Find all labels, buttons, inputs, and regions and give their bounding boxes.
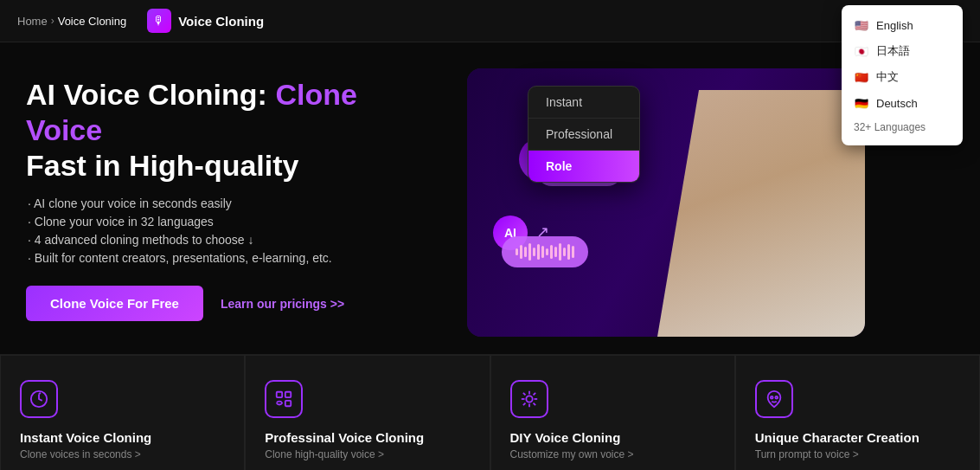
bullet-4: Built for content creators, presentation… [26, 251, 441, 265]
svg-point-5 [526, 396, 532, 402]
svg-line-1 [39, 393, 41, 395]
professional-card-subtitle: Clone high-quality voice > [265, 448, 470, 460]
hero-actions: Clone Voice For Free Learn our pricings … [26, 286, 441, 321]
floating-menu[interactable]: Instant Professional Role [528, 86, 640, 183]
wave-bar [541, 246, 544, 258]
current-page-label: Voice Cloning [58, 15, 127, 28]
bullet-2: Clone your voice in 32 languages [26, 215, 441, 229]
wave-bar [528, 243, 531, 261]
hero-left: AI Voice Cloning: Clone Voice Fast in Hi… [26, 68, 441, 337]
instant-card-title: Instant Voice Cloning [20, 430, 225, 445]
logo-area: 🎙 Voice Cloning [147, 9, 264, 33]
svg-point-14 [771, 396, 773, 399]
lang-more: 32+ Languages [842, 116, 963, 138]
feature-card-professional[interactable]: Professinal Voice Cloning Clone high-qua… [245, 355, 490, 470]
pricing-link[interactable]: Learn our pricings >> [221, 297, 344, 311]
logo-icon: 🎙 [147, 9, 171, 33]
flag-en: 🇺🇸 [854, 17, 869, 33]
lang-option-ja[interactable]: 🇯🇵 日本語 [842, 38, 963, 64]
wave-bar [546, 248, 548, 255]
waveform-card-bottom [502, 236, 588, 267]
wave-bar [563, 248, 566, 256]
wave-bar [537, 244, 540, 260]
hero-right: 🎙 [441, 68, 891, 337]
diy-card-subtitle: Customize my own voice > [510, 448, 715, 460]
professional-card-title: Professinal Voice Cloning [265, 430, 470, 445]
lang-label-de: Deutsch [876, 97, 918, 110]
hero-title-plain: AI Voice Cloning: [26, 78, 275, 111]
breadcrumb: Home › Voice Cloning [17, 15, 126, 28]
svg-line-9 [533, 403, 535, 406]
character-card-subtitle: Turn prompt to voice > [755, 448, 960, 460]
wave-bar [567, 244, 570, 260]
lang-label-en: English [876, 19, 913, 32]
feature-card-diy[interactable]: DIY Voice Cloning Customize my own voice… [490, 355, 735, 470]
character-card-title: Unique Character Creation [755, 430, 960, 445]
svg-line-13 [533, 393, 535, 396]
lang-option-de[interactable]: 🇩🇪 Deutsch [842, 90, 963, 116]
lang-option-zh[interactable]: 🇨🇳 中文 [842, 64, 963, 90]
svg-rect-3 [285, 392, 291, 397]
wave-bar [520, 245, 522, 259]
menu-item-role[interactable]: Role [528, 151, 639, 182]
instant-icon [20, 380, 58, 418]
svg-line-8 [522, 393, 525, 396]
wave-bar [554, 247, 557, 257]
feature-card-character[interactable]: Unique Character Creation Turn prompt to… [735, 355, 980, 470]
wave-bar [533, 248, 535, 256]
home-link[interactable]: Home [17, 15, 48, 28]
lang-option-en[interactable]: 🇺🇸 English [842, 12, 963, 38]
breadcrumb-separator: › [51, 15, 54, 27]
menu-item-professional[interactable]: Professional [528, 119, 639, 151]
bullet-3: 4 advanced cloning methods to choose ↓ [26, 233, 441, 247]
hero-section: AI Voice Cloning: Clone Voice Fast in Hi… [0, 42, 980, 354]
flag-de: 🇩🇪 [854, 95, 869, 111]
lang-label-ja: 日本語 [876, 43, 910, 59]
wave-bar [572, 246, 574, 258]
wave-bar [524, 247, 527, 257]
character-icon [755, 380, 793, 418]
language-dropdown[interactable]: 🇺🇸 English 🇯🇵 日本語 🇨🇳 中文 🇩🇪 Deutsch 32+ L… [842, 5, 963, 145]
logo-text: Voice Cloning [178, 14, 264, 29]
wave-bar [559, 243, 561, 261]
topbar: Home › Voice Cloning 🎙 Voice Cloning 🇺🇸 … [0, 0, 980, 42]
wave-bar [516, 248, 518, 255]
feature-card-instant[interactable]: Instant Voice Cloning Clone voices in se… [0, 355, 245, 470]
clone-voice-button[interactable]: Clone Voice For Free [26, 286, 203, 321]
hero-title: AI Voice Cloning: Clone Voice Fast in Hi… [26, 77, 441, 183]
wave-bar [550, 245, 553, 259]
lang-label-zh: 中文 [876, 69, 899, 85]
menu-item-instant[interactable]: Instant [528, 87, 639, 119]
instant-card-subtitle: Clone voices in seconds > [20, 448, 225, 460]
bullet-1: AI clone your voice in seconds easily [26, 196, 441, 210]
svg-point-15 [775, 396, 778, 399]
flag-ja: 🇯🇵 [854, 43, 869, 59]
professional-icon [265, 380, 303, 418]
svg-rect-4 [285, 401, 291, 406]
hero-bullets: AI clone your voice in seconds easily Cl… [26, 196, 441, 265]
svg-line-12 [522, 403, 525, 406]
feature-cards-section: Instant Voice Cloning Clone voices in se… [0, 354, 980, 470]
diy-icon [510, 380, 548, 418]
hero-title-line2: Fast in High-quality [26, 149, 298, 182]
wave-bars-bottom [516, 243, 574, 261]
flag-zh: 🇨🇳 [854, 69, 869, 85]
diy-card-title: DIY Voice Cloning [510, 430, 715, 445]
hero-illustration: 🎙 [467, 68, 865, 337]
svg-rect-2 [277, 392, 282, 397]
